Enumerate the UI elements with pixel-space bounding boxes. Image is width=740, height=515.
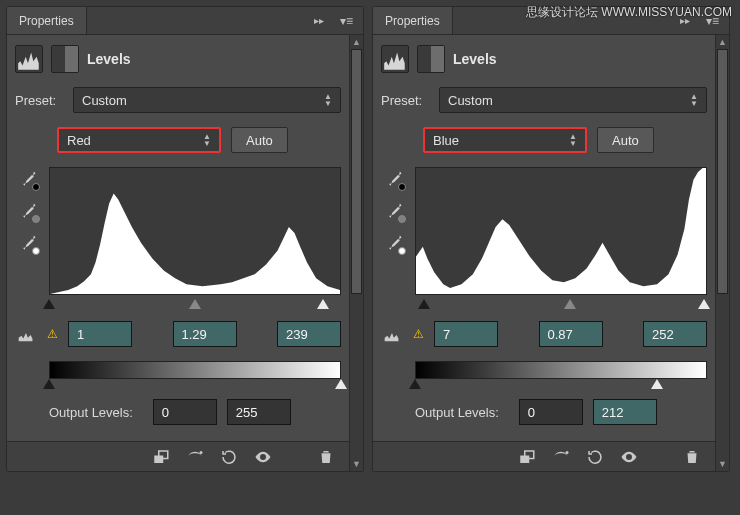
shadows-input[interactable]: 1 [68, 321, 132, 347]
output-black-handle[interactable] [43, 379, 55, 389]
watermark: 思缘设计论坛 WWW.MISSYUAN.COM [526, 4, 732, 21]
flyout-menu-icon[interactable]: ▾≡ [330, 14, 363, 28]
mask-thumb-icon[interactable] [417, 45, 445, 73]
collapse-icon[interactable]: ▸▸ [308, 15, 330, 26]
output-gradient [415, 361, 707, 379]
properties-tab[interactable]: Properties [7, 7, 87, 34]
midtones-input[interactable]: 0.87 [539, 321, 603, 347]
clip-warning-icon: ⚠ [47, 327, 58, 341]
auto-button[interactable]: Auto [231, 127, 288, 153]
eyedropper-black-icon[interactable] [384, 169, 404, 189]
highlight-slider-handle[interactable] [317, 299, 329, 309]
shadows-input[interactable]: 7 [434, 321, 498, 347]
highlights-input[interactable]: 252 [643, 321, 707, 347]
properties-tab[interactable]: Properties [373, 7, 453, 34]
clip-to-layer-icon[interactable] [512, 446, 542, 468]
channel-select[interactable]: Blue ▲▼ [423, 127, 587, 153]
stepper-icon: ▲▼ [203, 133, 211, 147]
svg-point-5 [565, 451, 568, 454]
view-previous-icon[interactable] [546, 446, 576, 468]
scroll-up-icon[interactable]: ▲ [350, 35, 363, 49]
output-lo-input[interactable]: 0 [519, 399, 583, 425]
trash-icon[interactable] [677, 446, 707, 468]
histogram [49, 167, 341, 295]
histogram [415, 167, 707, 295]
preset-label: Preset: [381, 93, 429, 108]
visibility-eye-icon[interactable] [614, 446, 644, 468]
shadow-slider-handle[interactable] [418, 299, 430, 309]
output-gradient [49, 361, 341, 379]
adjustment-title: Levels [87, 51, 131, 67]
output-slider[interactable] [49, 379, 341, 391]
eyedropper-white-icon[interactable] [384, 233, 404, 253]
output-hi-input[interactable]: 255 [227, 399, 291, 425]
output-levels-label: Output Levels: [49, 405, 133, 420]
output-lo-input[interactable]: 0 [153, 399, 217, 425]
preset-select[interactable]: Custom ▲▼ [439, 87, 707, 113]
channel-select[interactable]: Red ▲▼ [57, 127, 221, 153]
panel-footer [373, 441, 715, 471]
preset-label: Preset: [15, 93, 63, 108]
eyedropper-gray-icon[interactable] [18, 201, 38, 221]
scroll-thumb[interactable] [351, 49, 362, 294]
midtone-slider-handle[interactable] [189, 299, 201, 309]
clip-warning-icon: ⚠ [413, 327, 424, 341]
output-levels-label: Output Levels: [415, 405, 499, 420]
reset-icon[interactable] [580, 446, 610, 468]
input-slider[interactable] [415, 299, 707, 311]
properties-panel-left: Properties ▸▸ ▾≡ Levels Preset: [6, 6, 364, 472]
highlights-input[interactable]: 239 [277, 321, 341, 347]
midtone-slider-handle[interactable] [564, 299, 576, 309]
output-black-handle[interactable] [409, 379, 421, 389]
panel-footer [7, 441, 349, 471]
eyedropper-gray-icon[interactable] [384, 201, 404, 221]
stepper-icon: ▲▼ [324, 93, 332, 107]
properties-panel-right: Properties ▸▸ ▾≡ Levels Preset: Custom ▲… [372, 6, 730, 472]
auto-button[interactable]: Auto [597, 127, 654, 153]
panel-pair: Properties ▸▸ ▾≡ Levels Preset: [0, 0, 740, 478]
scrollbar[interactable]: ▲ ▼ [349, 35, 363, 471]
reset-icon[interactable] [214, 446, 244, 468]
eyedropper-black-icon[interactable] [18, 169, 38, 189]
scroll-down-icon[interactable]: ▼ [716, 457, 729, 471]
histogram-thumb-icon[interactable] [381, 45, 409, 73]
highlight-slider-handle[interactable] [698, 299, 710, 309]
clip-icon[interactable] [15, 323, 37, 345]
clip-icon[interactable] [381, 323, 403, 345]
scroll-thumb[interactable] [717, 49, 728, 294]
panel-tabrow: Properties ▸▸ ▾≡ [7, 7, 363, 35]
scrollbar[interactable]: ▲ ▼ [715, 35, 729, 471]
input-slider[interactable] [49, 299, 341, 311]
scroll-up-icon[interactable]: ▲ [716, 35, 729, 49]
output-white-handle[interactable] [335, 379, 347, 389]
stepper-icon: ▲▼ [569, 133, 577, 147]
output-hi-input[interactable]: 212 [593, 399, 657, 425]
midtones-input[interactable]: 1.29 [173, 321, 237, 347]
preset-select[interactable]: Custom ▲▼ [73, 87, 341, 113]
clip-to-layer-icon[interactable] [146, 446, 176, 468]
svg-point-2 [199, 451, 202, 454]
stepper-icon: ▲▼ [690, 93, 698, 107]
shadow-slider-handle[interactable] [43, 299, 55, 309]
trash-icon[interactable] [311, 446, 341, 468]
visibility-eye-icon[interactable] [248, 446, 278, 468]
eyedropper-white-icon[interactable] [18, 233, 38, 253]
mask-thumb-icon[interactable] [51, 45, 79, 73]
adjustment-title: Levels [453, 51, 497, 67]
output-slider[interactable] [415, 379, 707, 391]
scroll-down-icon[interactable]: ▼ [350, 457, 363, 471]
histogram-thumb-icon[interactable] [15, 45, 43, 73]
view-previous-icon[interactable] [180, 446, 210, 468]
output-white-handle[interactable] [651, 379, 663, 389]
